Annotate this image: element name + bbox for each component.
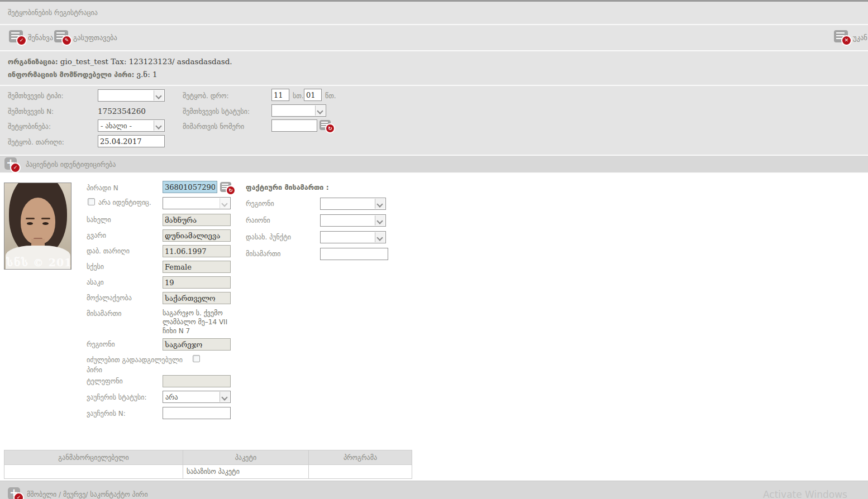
voucher-n-input[interactable] [163,407,231,419]
minute-input[interactable] [304,89,322,101]
chevron-down-icon [154,90,164,100]
citizenship-input[interactable] [163,292,231,304]
last-name-label: გვარი [87,232,106,239]
column-header-implementer: განმახორციელებელი [4,450,183,465]
photo-watermark: სნს © 2017 [6,256,71,268]
idp-checkbox[interactable] [193,355,200,362]
settlement-select[interactable] [320,231,386,243]
not-identified-checkbox[interactable] [88,198,95,205]
chevron-down-icon [220,392,230,402]
provider-value: ვ.ნ: 1 [137,70,158,79]
actual-address-input[interactable] [320,248,388,260]
case-n-value: 1752354260 [98,107,146,116]
personal-n-label: პირადი N [87,184,118,192]
refresh-badge-icon: ↻ [325,123,335,133]
referral-n-label: მიმართვის ნომერი [183,123,244,131]
idp-label: იძულებით გადაადგილებული პირი [87,355,187,375]
org-label: ორგანიზაცია: [8,57,58,66]
packages-table: განმახორციელებელი პაკეტი პროგრამა საბაზი… [4,450,412,479]
phone-label: ტელეფონი [87,377,123,385]
case-type-label: შემთხვევის ტიპი: [8,92,64,100]
district-select[interactable] [320,214,386,227]
last-name-input[interactable] [163,229,231,242]
not-identified-select[interactable] [163,197,231,209]
personal-n-input[interactable] [163,181,217,193]
chevron-down-icon [154,121,164,131]
table-header-row: განმახორციელებელი პაკეტი პროგრამა [4,450,412,465]
voucher-n-label: ვაუჩერის N: [87,410,126,418]
chevron-down-icon [220,198,230,208]
toolbar: ✓ შენახვა ✎ გასუფთავება ✕ უკან დაბრუნება [0,25,868,51]
notification-label: შეტყობინება: [8,123,51,131]
org-value: gio_test_test Tax: 123123123/ asdasdasda… [60,57,232,66]
case-status-select[interactable] [271,104,326,117]
actual-region-select[interactable] [320,198,386,210]
actual-address-label: მისამართი [246,250,281,258]
guardian-section-title: მშობელი / მეურვე/ საკონტაქტო პირი [27,491,148,498]
provider-label: ინფორმაციის მომწოდებელი პირი: [8,70,135,79]
chevron-down-icon [375,232,385,242]
region-input[interactable] [163,338,231,351]
patient-area: სნს © 2017 პირადი N ↻ არა იდენტიფიც. სახ… [0,173,868,450]
guardian-section-header: ✓ მშობელი / მეურვე/ საკონტაქტო პირი [0,481,868,499]
notification-select[interactable]: - ახალი - [98,119,165,132]
back-button[interactable]: უკან დაბრუნება [853,33,868,42]
column-header-program: პროგრამა [309,450,412,465]
chevron-down-icon [375,199,385,209]
check-badge-icon: ✓ [16,35,27,46]
sex-input[interactable] [163,261,231,273]
clear-button[interactable]: გასუფთავება [73,33,117,42]
table-row[interactable]: საბაზისო პაკეტი [4,465,412,479]
voucher-status-select[interactable]: არა [163,391,231,403]
photo-detail [42,222,49,225]
first-name-label: სახელი [87,216,111,224]
voucher-status-label: ვაუჩერის სტატუსი: [87,394,147,401]
patient-photo: სნს © 2017 [4,183,71,270]
hour-input[interactable] [271,89,289,101]
page-title: შეტყობინების რეგისტრაცია [8,9,98,17]
photo-detail [27,222,33,225]
plus-icon[interactable]: ✓ [4,157,17,170]
phone-input[interactable] [163,375,231,387]
first-name-input[interactable] [163,214,231,226]
age-label: ასაკი [87,279,104,286]
activate-windows-watermark: Activate Windows [763,489,847,499]
photo-detail [26,218,35,219]
case-n-label: შემთხვევის N: [8,108,54,116]
back-icon[interactable]: ✕ [834,30,848,42]
notif-date-input[interactable] [98,135,165,147]
case-form: შემთხვევის ტიპი: შემთხვევის N: 175235426… [0,86,868,156]
notification-value: - ახალი - [101,122,132,130]
actual-address-title: ფაქტიური მისამართი : [246,183,329,191]
photo-detail [41,218,50,219]
birth-date-label: დაბ. თარიღი [87,247,130,255]
minute-unit-label: წთ. [325,92,336,100]
column-header-package: პაკეტი [183,450,309,465]
x-badge-icon: ✕ [841,35,852,46]
actual-region-label: რეგიონი [246,200,274,208]
age-input[interactable] [163,276,231,289]
referral-lookup-icon[interactable]: ↻ [319,120,331,130]
cell-package: საბაზისო პაკეტი [183,465,309,479]
district-label: რაიონი [246,217,270,224]
birth-date-input[interactable] [163,245,231,257]
clear-icon[interactable]: ✎ [54,30,68,42]
referral-n-input[interactable] [271,119,317,132]
sex-label: სქესი [87,263,104,271]
patient-section-title: პაციენტის იდენტიფიცირება [26,161,116,169]
plus-icon[interactable]: ✓ [8,487,20,499]
address-label: მისამართი [87,310,122,318]
cell-program [309,465,412,479]
case-type-select[interactable] [98,89,165,102]
hour-unit-label: სთ. [293,92,304,100]
notif-date-label: შეტყობ. თარიღი: [8,138,64,146]
save-button[interactable]: შენახვა [28,33,53,42]
not-identified-label: არა იდენტიფიც. [98,199,151,207]
address-value: საგარეჯო ს. ქვემო ლამბალო მე–14 VII ჩიხი… [163,309,242,335]
case-status-label: შემთხვევის სტატუსი: [183,108,250,116]
save-icon[interactable]: ✓ [9,30,23,42]
notification-registration-page: შეტყობინების რეგისტრაცია ✓ შენახვა ✎ გას… [0,0,868,499]
personal-n-lookup-icon[interactable]: ↻ [220,182,231,192]
cell-implementer [4,465,183,479]
settlement-label: დასახ. პუნქტი [246,233,291,241]
